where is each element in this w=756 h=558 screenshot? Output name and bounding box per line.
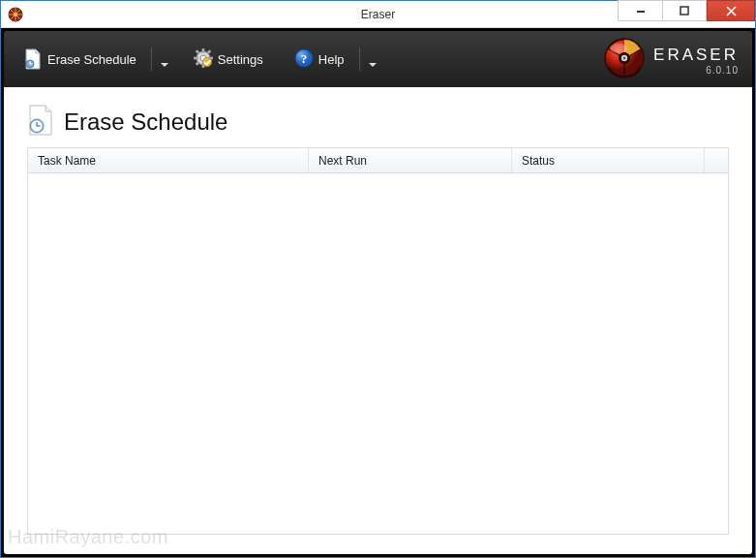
column-task-name[interactable]: Task Name [28,148,309,172]
brand-logo-icon [603,37,646,83]
page-title: Erase Schedule [64,108,227,136]
app-frame: Erase Schedule [1,28,755,557]
svg-rect-10 [196,49,199,53]
brand: ERASER 6.0.10 [603,37,739,83]
gear-icon [194,48,213,71]
svg-point-1 [14,12,17,16]
document-icon [23,48,43,70]
schedule-table: Task Name Next Run Status [27,147,729,535]
schedule-document-icon [27,105,54,140]
titlebar: Eraser [1,1,755,28]
toolbar: Erase Schedule [4,31,752,87]
toolbar-separator [359,47,360,71]
column-next-run[interactable]: Next Run [309,148,512,172]
erase-schedule-label: Erase Schedule [47,52,136,67]
app-icon [8,7,23,22]
brand-version: 6.0.10 [653,65,739,76]
dropdown-arrow-icon[interactable] [369,55,377,63]
dropdown-arrow-icon[interactable] [161,55,168,63]
help-icon: ? [294,48,314,71]
column-status[interactable]: Status [512,148,705,172]
svg-rect-3 [680,7,688,15]
svg-point-21 [623,57,626,60]
maximize-button[interactable] [662,0,707,21]
help-button[interactable]: ? Help [288,45,350,75]
window-controls [618,1,755,27]
help-label: Help [318,52,345,67]
svg-rect-12 [207,49,211,53]
page-header: Erase Schedule [27,105,729,140]
erase-schedule-button[interactable]: Erase Schedule [17,45,142,74]
app-window: Eraser [0,0,756,558]
svg-rect-13 [196,61,199,65]
settings-button[interactable]: Settings [188,45,269,75]
close-button[interactable] [707,0,755,21]
content-area: Erase Schedule Task Name Next Run Status [4,87,752,554]
toolbar-separator [151,47,152,71]
svg-rect-8 [194,57,197,59]
table-body[interactable] [28,173,728,534]
svg-point-22 [610,44,627,53]
minimize-button[interactable] [618,0,662,21]
svg-rect-2 [637,11,645,13]
svg-rect-6 [202,48,204,52]
column-spacer [705,148,728,172]
svg-point-15 [202,57,211,66]
settings-label: Settings [218,52,263,67]
svg-text:?: ? [301,51,308,66]
table-header: Task Name Next Run Status [28,148,728,173]
brand-name: ERASER [653,46,739,65]
